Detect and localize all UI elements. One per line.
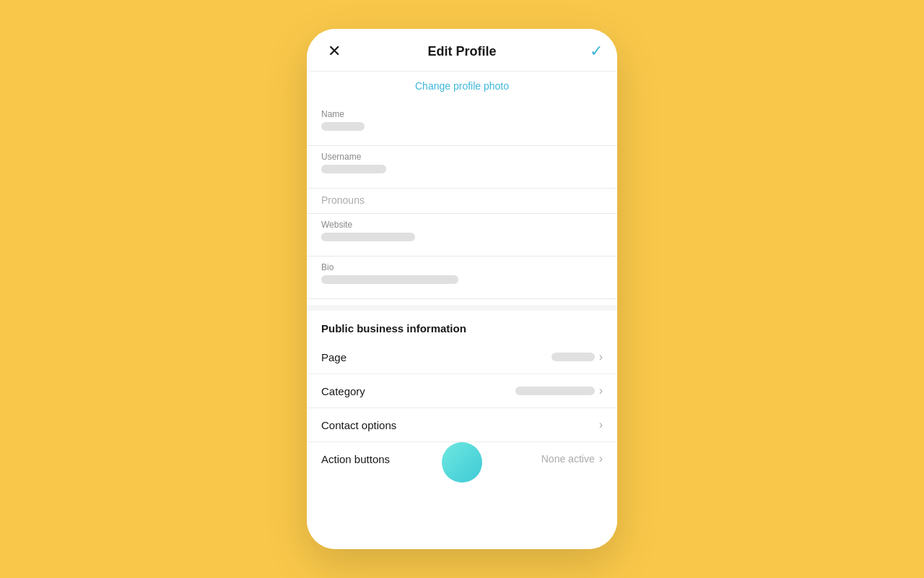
contact-options-row-right: › <box>599 418 603 431</box>
action-buttons-chevron-icon: › <box>599 452 603 465</box>
username-value-bar <box>321 165 386 173</box>
page-chevron-icon: › <box>599 350 603 363</box>
action-buttons-row[interactable]: Action buttons None active › <box>307 442 617 475</box>
close-icon[interactable]: ✕ <box>321 42 347 61</box>
page-row-right: › <box>552 350 603 363</box>
website-label: Website <box>321 220 603 230</box>
bio-input[interactable] <box>321 275 603 298</box>
category-chevron-icon: › <box>599 384 603 397</box>
website-input[interactable] <box>321 233 603 256</box>
contact-options-row[interactable]: Contact options › <box>307 408 617 442</box>
pronouns-label[interactable]: Pronouns <box>321 194 603 213</box>
none-active-status: None active <box>541 453 595 465</box>
phone-frame: ✕ Edit Profile ✓ Change profile photo Na… <box>307 29 617 549</box>
name-input[interactable] <box>321 122 603 145</box>
bio-value-bar <box>321 275 458 284</box>
page-title: Edit Profile <box>427 44 496 59</box>
contact-options-label: Contact options <box>321 419 396 431</box>
website-field: Website <box>307 214 617 256</box>
contact-options-chevron-icon: › <box>599 418 603 431</box>
category-value-bar <box>515 387 595 395</box>
page-label: Page <box>321 351 346 363</box>
scroll-content: Change profile photo Name Username Prono… <box>307 72 617 549</box>
category-row[interactable]: Category › <box>307 374 617 408</box>
confirm-icon[interactable]: ✓ <box>577 42 603 61</box>
username-input[interactable] <box>321 165 603 188</box>
category-label: Category <box>321 385 365 397</box>
section-divider <box>307 305 617 311</box>
page-row[interactable]: Page › <box>307 340 617 374</box>
name-field: Name <box>307 103 617 146</box>
teal-circle-decoration <box>442 442 482 483</box>
edit-profile-header: ✕ Edit Profile ✓ <box>307 29 617 72</box>
action-buttons-row-right: None active › <box>541 452 603 465</box>
username-field: Username <box>307 146 617 189</box>
name-label: Name <box>321 109 603 119</box>
username-label: Username <box>321 152 603 162</box>
public-business-section-header: Public business information <box>307 311 617 340</box>
website-value-bar <box>321 233 415 241</box>
page-value-bar <box>552 353 595 361</box>
category-row-right: › <box>515 384 603 397</box>
bio-field: Bio <box>307 256 617 299</box>
pronouns-field: Pronouns <box>307 189 617 214</box>
change-photo-link[interactable]: Change profile photo <box>307 72 617 103</box>
name-value-bar <box>321 122 365 131</box>
bio-label: Bio <box>321 262 603 272</box>
action-buttons-label: Action buttons <box>321 453 390 465</box>
